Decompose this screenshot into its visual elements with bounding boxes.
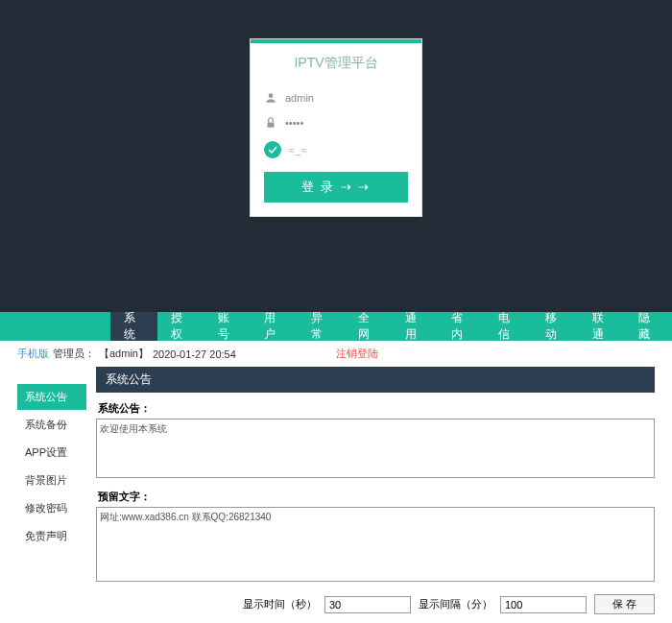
login-button[interactable]: 登 录 ⇢ ⇢ <box>264 172 408 203</box>
datetime: 2020-01-27 20:54 <box>153 348 236 360</box>
nav-exception[interactable]: 异常 <box>298 312 345 341</box>
nav-telecom[interactable]: 电信 <box>485 312 532 341</box>
sidebar-item-pwd[interactable]: 修改密码 <box>17 495 86 521</box>
login-background: IPTV管理平台 ≈_≈ 登 录 ⇢ ⇢ <box>0 0 672 312</box>
sidebar-item-app[interactable]: APP设置 <box>17 440 86 466</box>
nav-auth[interactable]: 授权 <box>157 312 204 341</box>
lock-icon <box>264 116 277 130</box>
nav-hidden[interactable]: 隐藏 <box>625 312 672 341</box>
sidebar: 系统公告 系统备份 APP设置 背景图片 修改密码 免责声明 <box>17 367 86 614</box>
sidebar-item-backup[interactable]: 系统备份 <box>17 412 86 438</box>
username-input[interactable] <box>285 92 408 104</box>
announce-textarea[interactable] <box>96 419 655 478</box>
nav-user[interactable]: 用户 <box>251 312 298 341</box>
reserve-label: 预留文字： <box>96 487 655 507</box>
sidebar-item-bg[interactable]: 背景图片 <box>17 467 86 493</box>
nav-mobile[interactable]: 移动 <box>532 312 579 341</box>
bottom-row: 显示时间（秒） 显示间隔（分） 保 存 <box>96 594 655 614</box>
reserve-group: 预留文字： <box>96 487 655 585</box>
user-icon <box>264 91 277 105</box>
captcha-row: ≈_≈ <box>251 135 421 164</box>
time-input[interactable] <box>324 596 411 613</box>
password-row <box>251 110 421 135</box>
captcha-text: ≈_≈ <box>289 145 308 156</box>
nav-unicom[interactable]: 联通 <box>579 312 626 341</box>
save-button[interactable]: 保 存 <box>594 594 655 614</box>
announce-label: 系统公告： <box>96 398 655 419</box>
svg-point-0 <box>269 93 274 98</box>
nav-system[interactable]: 系统 <box>110 312 157 341</box>
panel-header: 系统公告 <box>96 367 655 393</box>
interval-label: 显示间隔（分） <box>419 597 492 611</box>
nav-account[interactable]: 账号 <box>204 312 252 341</box>
password-input[interactable] <box>285 117 408 129</box>
main-panel: 系统公告 系统公告： 预留文字： 显示时间（秒） 显示间隔（分） 保 存 <box>96 367 655 614</box>
sidebar-item-announce[interactable]: 系统公告 <box>17 384 86 410</box>
sub-bar: 手机版 管理员： 【admin】 2020-01-27 20:54 注销登陆 <box>0 341 672 367</box>
login-box: IPTV管理平台 ≈_≈ 登 录 ⇢ ⇢ <box>250 38 422 217</box>
time-label: 显示时间（秒） <box>243 597 317 611</box>
username-row <box>251 85 421 110</box>
admin-panel: 系统 授权 账号 用户 异常 全网 通用 省内 电信 移动 联通 隐藏 手机版 … <box>0 312 672 623</box>
top-nav: 系统 授权 账号 用户 异常 全网 通用 省内 电信 移动 联通 隐藏 <box>0 312 672 341</box>
sidebar-item-disclaimer[interactable]: 免责声明 <box>17 523 86 549</box>
login-title: IPTV管理平台 <box>251 43 421 85</box>
interval-input[interactable] <box>500 596 587 613</box>
content-area: 系统公告 系统备份 APP设置 背景图片 修改密码 免责声明 系统公告 系统公告… <box>0 367 672 623</box>
nav-allnet[interactable]: 全网 <box>345 312 392 341</box>
admin-label: 管理员： <box>53 347 95 361</box>
announce-group: 系统公告： <box>96 398 655 481</box>
nav-province[interactable]: 省内 <box>438 312 485 341</box>
mobile-link[interactable]: 手机版 <box>17 347 49 361</box>
svg-rect-1 <box>268 122 275 127</box>
reserve-textarea[interactable] <box>96 507 655 582</box>
logout-link[interactable]: 注销登陆 <box>336 347 378 361</box>
admin-user: 【admin】 <box>99 347 149 361</box>
captcha-circle-icon <box>264 141 281 158</box>
nav-general[interactable]: 通用 <box>392 312 439 341</box>
